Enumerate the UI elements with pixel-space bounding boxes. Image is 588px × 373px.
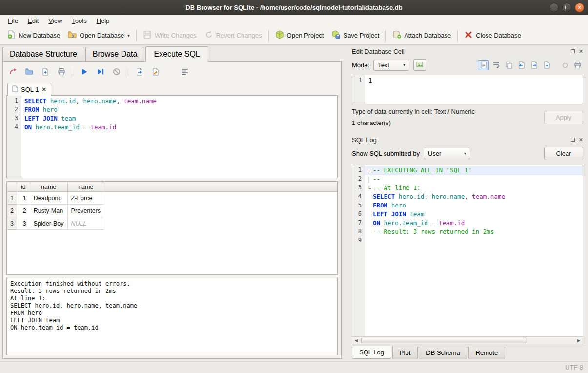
open-sql-file-icon[interactable] <box>24 67 34 77</box>
log-code-area[interactable]: −-- EXECUTING ALL IN 'SQL 1'│--└-- At li… <box>365 165 583 336</box>
tab-database-structure[interactable]: Database Structure <box>2 47 84 61</box>
execute-all-icon[interactable] <box>80 67 89 77</box>
close-dock-icon[interactable]: ✕ <box>579 49 583 54</box>
tab-plot[interactable]: Plot <box>392 347 418 359</box>
close-tab-icon[interactable]: ✕ <box>41 86 46 93</box>
sql-file-icon <box>12 85 18 94</box>
menu-view[interactable]: View <box>43 16 67 26</box>
editor-code-area[interactable]: SELECT hero.id, hero.name, team.nameFROM… <box>21 96 337 178</box>
new-database-button[interactable]: New Database <box>3 28 64 43</box>
set-null-icon[interactable] <box>559 60 570 70</box>
stop-icon[interactable] <box>112 67 122 77</box>
print-cell-icon[interactable] <box>572 60 583 70</box>
cell-value-editor[interactable]: 1 1 <box>352 75 583 104</box>
open-database-icon <box>68 30 77 41</box>
results-grid: idnamename 11DeadpondZ-Force22Rusty-ManP… <box>6 181 338 275</box>
table-cell[interactable]: 1 <box>17 192 30 205</box>
table-cell[interactable]: Spider-Boy <box>30 217 67 230</box>
menu-edit[interactable]: Edit <box>23 16 43 26</box>
new-database-label: New Database <box>19 32 60 39</box>
save-project-button[interactable]: Save Project <box>327 28 383 43</box>
column-header[interactable]: name <box>30 182 67 192</box>
column-header[interactable]: id <box>17 182 30 192</box>
tab-execute-sql[interactable]: Execute SQL <box>145 46 208 62</box>
code-line[interactable]: LEFT JOIN team <box>24 115 337 124</box>
chevron-down-icon[interactable]: ▾ <box>127 33 130 38</box>
cell-value-text[interactable]: 1 <box>365 75 583 104</box>
table-cell[interactable]: 2 <box>17 205 30 217</box>
menu-tools[interactable]: Tools <box>67 16 91 26</box>
new-tab-icon[interactable] <box>8 67 18 77</box>
table-cell[interactable]: Rusty-Man <box>30 205 67 217</box>
save-results-icon[interactable] <box>151 67 161 77</box>
tab-sql-1[interactable]: SQL 1 ✕ <box>7 83 51 96</box>
code-line[interactable]: SELECT hero.id, hero.name, team.name <box>24 97 337 106</box>
word-wrap-icon[interactable] <box>490 60 502 70</box>
execute-sql-pane: SQL 1 ✕ 1234 SELECT hero.id, hero.name, … <box>2 61 342 359</box>
copy-icon[interactable] <box>503 60 514 70</box>
window-controls: — ✕ <box>549 3 588 12</box>
open-project-button[interactable]: Open Project <box>271 28 328 43</box>
write-changes-label: Write Changes <box>155 32 197 39</box>
close-dock-icon[interactable]: ✕ <box>579 137 583 143</box>
maximize-button[interactable] <box>562 3 571 12</box>
menu-file[interactable]: File <box>3 16 23 26</box>
close-database-button[interactable]: Close Database <box>460 28 525 43</box>
scroll-left-icon[interactable]: ◀ <box>352 338 360 343</box>
sql-log-view: 123456789 −-- EXECUTING ALL IN 'SQL 1'│-… <box>352 165 583 344</box>
scrollbar-thumb[interactable] <box>361 338 527 343</box>
float-dock-icon[interactable] <box>571 49 575 53</box>
table-row[interactable]: 33Spider-BoyNULL <box>7 217 104 230</box>
sql-editor[interactable]: 1234 SELECT hero.id, hero.name, team.nam… <box>6 95 338 178</box>
table-cell[interactable]: 3 <box>17 217 30 230</box>
save-cell-icon[interactable] <box>541 60 552 70</box>
table-cell[interactable]: NULL <box>67 217 104 230</box>
open-database-button[interactable]: Open Database ▾ <box>64 28 134 43</box>
row-number[interactable]: 2 <box>7 205 17 217</box>
tab-browse-data[interactable]: Browse Data <box>85 47 145 61</box>
cell-type-row: Type of data currently in cell: Text / N… <box>352 108 583 126</box>
open-in-app-button[interactable] <box>413 59 426 71</box>
log-filter-select[interactable]: User ▾ <box>424 148 470 159</box>
tab-sql-log[interactable]: SQL Log <box>352 346 391 359</box>
text-mode-icon[interactable] <box>478 60 489 70</box>
tab-db-schema[interactable]: DB Schema <box>419 347 467 359</box>
code-line[interactable]: FROM hero <box>24 106 337 115</box>
revert-changes-button[interactable]: Revert Changes <box>201 28 266 43</box>
print-icon[interactable] <box>57 67 66 77</box>
corner-header[interactable] <box>7 182 17 192</box>
table-cell[interactable]: Preventers <box>67 205 104 217</box>
minimize-button[interactable]: — <box>549 3 559 12</box>
write-changes-button[interactable]: Write Changes <box>139 28 201 43</box>
fold-collapse-icon[interactable]: − <box>367 169 371 173</box>
row-number[interactable]: 1 <box>7 192 17 205</box>
tab-remote[interactable]: Remote <box>468 347 506 359</box>
table-cell[interactable]: Z-Force <box>67 192 104 205</box>
export-csv-icon[interactable] <box>135 67 144 77</box>
mode-select[interactable]: Text ▾ <box>373 60 409 71</box>
row-number[interactable]: 3 <box>7 217 17 230</box>
log-line: │-- <box>365 175 583 184</box>
export-icon[interactable] <box>528 60 540 70</box>
table-row[interactable]: 22Rusty-ManPreventers <box>7 205 104 217</box>
horizontal-scrollbar[interactable]: ◀ ▶ <box>352 336 583 344</box>
save-sql-file-icon[interactable] <box>41 67 50 77</box>
apply-button[interactable]: Apply <box>544 111 583 124</box>
format-lines-icon[interactable] <box>180 67 190 77</box>
float-dock-icon[interactable] <box>571 138 575 142</box>
column-header[interactable]: name <box>67 182 104 192</box>
execute-current-line-icon[interactable] <box>96 67 105 77</box>
scroll-right-icon[interactable]: ▶ <box>575 338 583 343</box>
import-icon[interactable] <box>516 60 527 70</box>
main-area: Database Structure Browse Data Execute S… <box>0 45 588 361</box>
table-cell[interactable]: Deadpond <box>30 192 67 205</box>
titlebar[interactable]: DB Browser for SQLite - /home/user/code/… <box>0 0 588 15</box>
encoding-indicator[interactable]: UTF-8 <box>565 364 583 371</box>
close-window-button[interactable]: ✕ <box>575 3 584 12</box>
code-line[interactable]: ON hero.team_id = team.id <box>24 124 337 132</box>
attach-database-button[interactable]: Attach Database <box>388 28 455 43</box>
clear-log-button[interactable]: Clear <box>544 147 583 160</box>
close-icon: ✕ <box>577 4 582 11</box>
menu-help[interactable]: Help <box>92 16 115 26</box>
table-row[interactable]: 11DeadpondZ-Force <box>7 192 104 205</box>
